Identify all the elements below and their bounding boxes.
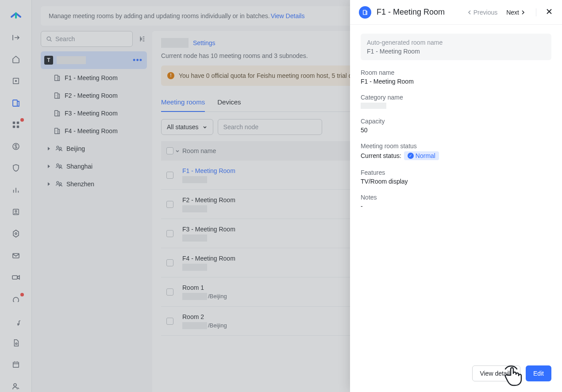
- check-icon: ✓: [408, 153, 414, 159]
- view-details-button[interactable]: View details: [472, 365, 520, 381]
- field-features: Features TV/Room display: [361, 169, 551, 185]
- drawer-title: F1 - Meeting Room: [377, 8, 460, 17]
- field-capacity: Capacity 50: [361, 118, 551, 134]
- edit-button[interactable]: Edit: [526, 365, 551, 381]
- svg-rect-28: [363, 10, 366, 15]
- room-detail-drawer: F1 - Meeting Room Previous Next Auto-gen…: [350, 0, 562, 392]
- drawer-header: F1 - Meeting Room Previous Next: [350, 0, 562, 25]
- room-icon: [359, 6, 371, 19]
- field-room-name: Room name F1 - Meeting Room: [361, 69, 551, 85]
- drawer-footer: View details Edit: [350, 358, 562, 392]
- field-category: Category name: [361, 94, 551, 109]
- auto-name-card: Auto-generated room name F1 - Meeting Ro…: [361, 34, 551, 60]
- field-status: Meeting room status Current status: ✓ No…: [361, 142, 551, 160]
- previous-button[interactable]: Previous: [466, 7, 499, 18]
- chevron-right-icon: [520, 10, 525, 15]
- close-button[interactable]: [545, 8, 553, 17]
- field-notes: Notes -: [361, 194, 551, 210]
- drawer-body: Auto-generated room name F1 - Meeting Ro…: [350, 25, 562, 358]
- status-badge: ✓ Normal: [404, 151, 439, 160]
- close-icon: [545, 8, 553, 15]
- next-button[interactable]: Next: [504, 7, 527, 18]
- chevron-left-icon: [467, 10, 473, 15]
